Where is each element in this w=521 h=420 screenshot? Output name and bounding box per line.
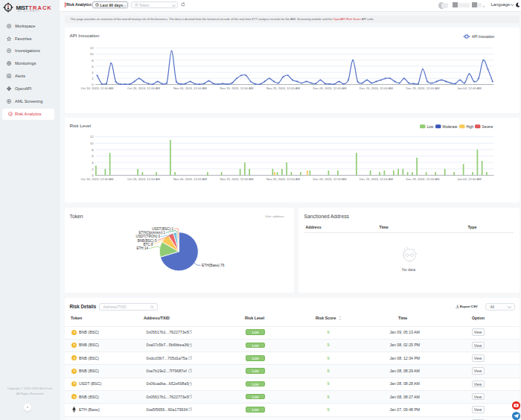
svg-text:Jan 04, 12:00 AM: Jan 04, 12:00 AM bbox=[457, 177, 482, 181]
svg-text:Dec 05, 2024, 12:00 AM: Dec 05, 2024, 12:00 AM bbox=[313, 177, 346, 181]
svg-text:4: 4 bbox=[92, 71, 94, 74]
svg-text:6: 6 bbox=[92, 154, 94, 158]
svg-text:Nov 05, 2024, 12:00 AM: Nov 05, 2024, 12:00 AM bbox=[173, 177, 207, 181]
svg-text:USDT(BSC):1: USDT(BSC):1 bbox=[152, 226, 173, 230]
svg-text:4: 4 bbox=[92, 161, 94, 165]
svg-text:Nov 25, 2024, 12:00 AM: Nov 25, 2024, 12:00 AM bbox=[266, 177, 300, 181]
svg-text:12: 12 bbox=[89, 135, 93, 139]
svg-text:Dec 15, 2024, 12:00 AM: Dec 15, 2024, 12:00 AM bbox=[359, 86, 393, 90]
svg-text:ETH(Optimism):1: ETH(Optimism):1 bbox=[138, 230, 165, 234]
svg-text:ETH(Base):76: ETH(Base):76 bbox=[202, 263, 225, 267]
svg-text:Oct 26, 2024, 12:00 AM: Oct 26, 2024, 12:00 AM bbox=[127, 86, 161, 90]
svg-text:Oct 16, 2024, 12:00 AM: Oct 16, 2024, 12:00 AM bbox=[80, 86, 114, 90]
svg-text:Dec 25, 2024, 12:00 AM: Dec 25, 2024, 12:00 AM bbox=[406, 177, 439, 181]
svg-text:10: 10 bbox=[89, 52, 93, 56]
svg-text:8: 8 bbox=[92, 148, 94, 152]
svg-text:Oct 26, 2024, 12:00 AM: Oct 26, 2024, 12:00 AM bbox=[127, 177, 161, 181]
svg-text:2: 2 bbox=[92, 168, 94, 171]
svg-text:BY SLOWMIST: BY SLOWMIST bbox=[18, 10, 40, 13]
svg-text:BNB(BSC):5: BNB(BSC):5 bbox=[137, 238, 156, 242]
svg-text:Nov 05, 2024, 12:00 AM: Nov 05, 2024, 12:00 AM bbox=[173, 86, 207, 90]
svg-text:Nov 25, 2024, 12:00 AM: Nov 25, 2024, 12:00 AM bbox=[266, 86, 300, 90]
svg-text:Jan 04, 12:00 AM: Jan 04, 12:00 AM bbox=[457, 86, 482, 90]
svg-text:Oct 16, 2024, 12:00 AM: Oct 16, 2024, 12:00 AM bbox=[80, 177, 114, 181]
svg-text:Dec 15, 2024, 12:00 AM: Dec 15, 2024, 12:00 AM bbox=[359, 177, 393, 181]
svg-text:Dec 05, 2024, 12:00 AM: Dec 05, 2024, 12:00 AM bbox=[313, 86, 346, 90]
svg-text:Dec 25, 2024, 12:00 AM: Dec 25, 2024, 12:00 AM bbox=[406, 86, 439, 90]
svg-text:BTC:8: BTC:8 bbox=[143, 242, 153, 246]
svg-text:ETH:14: ETH:14 bbox=[136, 246, 148, 250]
svg-text:6: 6 bbox=[92, 65, 94, 69]
svg-text:Nov 15, 2024, 12:00 AM: Nov 15, 2024, 12:00 AM bbox=[220, 86, 253, 90]
svg-text:8: 8 bbox=[92, 59, 94, 63]
svg-text:2: 2 bbox=[92, 77, 94, 80]
svg-text:10: 10 bbox=[89, 141, 93, 145]
svg-text:Nov 15, 2024, 12:00 AM: Nov 15, 2024, 12:00 AM bbox=[220, 177, 253, 181]
svg-text:12: 12 bbox=[89, 46, 93, 50]
